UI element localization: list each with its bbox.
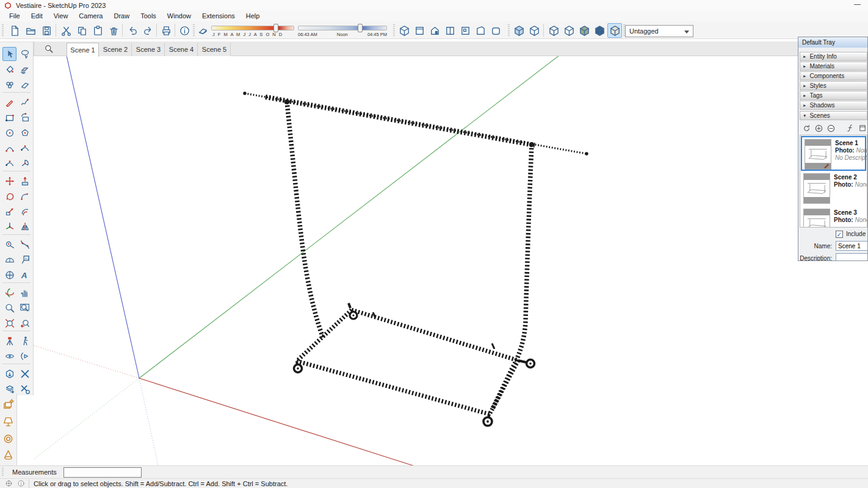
view-front-button[interactable] (427, 23, 442, 38)
tool-rotated-rectangle[interactable] (18, 110, 32, 124)
toggle-shadows-button[interactable] (195, 23, 210, 38)
tool-polygon[interactable] (18, 126, 32, 140)
tray-section-components[interactable]: ►Components (800, 71, 867, 81)
tool-section-view[interactable] (18, 349, 32, 363)
tool-pan[interactable] (18, 285, 32, 300)
tray-section-scenes[interactable]: ▼Scenes (800, 111, 867, 120)
paste-button[interactable] (90, 23, 105, 38)
tray-section-styles[interactable]: ►Styles (800, 81, 867, 90)
menu-window[interactable]: Window (162, 11, 197, 21)
tool-extension-a[interactable] (2, 367, 16, 381)
include-animation-checkbox[interactable]: ✓ (836, 231, 843, 238)
tool-scale[interactable] (2, 204, 16, 218)
tool-text[interactable] (18, 253, 32, 267)
tool-plan-oval[interactable] (1, 461, 15, 465)
menu-view[interactable]: View (48, 11, 74, 21)
tool-offset[interactable] (18, 204, 32, 218)
tool-lasso-select[interactable] (18, 47, 32, 61)
toolbar-grip[interactable] (508, 24, 510, 37)
copy-button[interactable] (74, 23, 89, 38)
view-top-button[interactable] (412, 23, 427, 38)
tool-flip[interactable] (18, 220, 32, 234)
tab-scene-5[interactable]: Scene 5 (198, 43, 231, 57)
open-button[interactable] (23, 23, 38, 38)
tool-walk[interactable] (18, 334, 32, 348)
geolocation-icon[interactable] (5, 479, 13, 487)
remove-scene-button[interactable] (826, 123, 836, 134)
scene-name-input[interactable] (836, 241, 868, 251)
tool-freehand[interactable] (18, 95, 32, 109)
scene-list-item-3[interactable]: Scene 3 Photo: None (801, 207, 866, 228)
new-button[interactable] (7, 23, 22, 38)
credits-info-icon[interactable] (17, 479, 25, 487)
view-right-button[interactable] (443, 23, 457, 38)
undo-button[interactable] (125, 23, 140, 38)
tool-lamp-shade[interactable] (1, 415, 15, 429)
toolbar-grip[interactable] (193, 24, 195, 37)
tool-3d-text[interactable] (18, 268, 32, 282)
tool-tape-measure[interactable] (2, 237, 16, 251)
delete-button[interactable] (106, 23, 121, 38)
style-shaded-textures-button[interactable] (592, 23, 607, 38)
menu-edit[interactable]: Edit (26, 11, 48, 21)
style-hidden-line-button[interactable] (562, 23, 576, 38)
save-button[interactable] (39, 23, 54, 38)
scene-description-input[interactable] (836, 253, 868, 261)
style-back-edges-button[interactable] (527, 23, 541, 38)
update-scene-button[interactable] (801, 123, 812, 134)
toolbar-grip[interactable] (2, 24, 4, 37)
tool-follow-me[interactable] (18, 189, 32, 203)
tool-protractor[interactable] (2, 253, 16, 267)
model-info-button[interactable] (177, 23, 192, 38)
tool-extension-b[interactable] (18, 367, 32, 381)
style-xray-button[interactable] (512, 23, 526, 38)
toolbar-grip[interactable] (393, 24, 395, 37)
tool-circle[interactable] (2, 126, 16, 140)
style-monochrome-button[interactable] (607, 23, 622, 38)
scene-1-thumbnail[interactable] (805, 139, 831, 170)
view-bottom-button[interactable] (488, 23, 503, 38)
view-back-button[interactable] (458, 23, 472, 38)
tab-scene-4[interactable]: Scene 4 (165, 43, 198, 57)
tool-look-around[interactable] (2, 349, 16, 363)
view-iso-button[interactable] (397, 23, 411, 38)
tool-rotate[interactable] (2, 189, 16, 203)
tool-2-point-arc[interactable] (18, 141, 32, 155)
tool-extension-d[interactable] (18, 382, 32, 396)
menu-tools[interactable]: Tools (135, 11, 162, 21)
minimize-button[interactable]: — (854, 0, 861, 7)
tool-select[interactable] (2, 47, 16, 61)
search-icon[interactable] (43, 43, 55, 55)
tool-eraser[interactable] (18, 62, 32, 76)
tray-section-tags[interactable]: ►Tags (800, 91, 867, 100)
menu-extensions[interactable]: Extensions (197, 11, 241, 21)
tool-paint-bucket[interactable] (2, 62, 16, 76)
tool-dimension[interactable] (18, 237, 32, 251)
tray-section-materials[interactable]: ►Materials (800, 62, 867, 71)
tab-scene-3[interactable]: Scene 3 (132, 43, 165, 57)
scene-3-thumbnail[interactable] (803, 209, 830, 228)
menu-file[interactable]: File (4, 11, 26, 21)
tool-position-camera[interactable] (2, 334, 16, 348)
measurements-input[interactable] (63, 467, 142, 478)
time-slider-thumb[interactable] (358, 24, 363, 32)
tool-rectangle[interactable] (2, 110, 16, 124)
menu-draw[interactable]: Draw (108, 11, 135, 21)
tag-filter-dropdown[interactable]: Untagged (625, 25, 693, 37)
print-button[interactable] (159, 23, 173, 38)
date-slider-track[interactable] (211, 26, 294, 30)
shadow-date-slider[interactable]: J F M A M J J A S O N D (211, 24, 294, 37)
scene-list-item-2[interactable]: Scene 2 Photo: None (801, 171, 866, 206)
tool-zoom-extents[interactable] (2, 316, 16, 330)
view-left-button[interactable] (473, 23, 488, 38)
tool-make-component[interactable] (2, 77, 16, 92)
tool-cone-light[interactable] (1, 448, 15, 462)
tool-move[interactable] (2, 174, 16, 188)
tool-zoom-window[interactable] (18, 301, 32, 315)
time-slider-track[interactable] (298, 26, 387, 30)
tool-zoom-previous[interactable] (18, 316, 32, 330)
tool-zoom[interactable] (2, 301, 16, 315)
tray-section-entity-info[interactable]: ►Entity Info (800, 52, 867, 61)
tab-scene-1[interactable]: Scene 1 (67, 43, 99, 57)
tool-3-point-arc[interactable] (2, 156, 16, 170)
